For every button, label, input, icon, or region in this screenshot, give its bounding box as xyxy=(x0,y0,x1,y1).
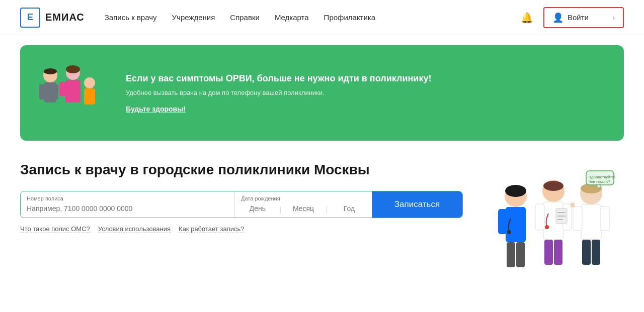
page-title: Запись к врачу в городские поликлиники М… xyxy=(20,161,463,179)
day-input[interactable] xyxy=(235,202,280,218)
svg-rect-26 xyxy=(554,240,562,265)
svg-point-11 xyxy=(44,68,57,74)
svg-rect-2 xyxy=(39,84,45,99)
appointment-form: Номер полиса Дата рождения Записаться xyxy=(20,191,463,218)
nav-item-institutions[interactable]: Учреждения xyxy=(172,13,215,22)
month-input[interactable] xyxy=(281,202,326,218)
svg-rect-36 xyxy=(600,206,609,231)
banner-cta[interactable]: Будьте здоровы! xyxy=(126,105,186,113)
policy-input[interactable] xyxy=(21,202,234,218)
svg-rect-18 xyxy=(516,242,525,267)
logo[interactable]: Е ЕМИАС xyxy=(20,8,85,28)
logo-icon: Е xyxy=(20,8,40,28)
login-label: Войти xyxy=(568,13,589,22)
year-input[interactable] xyxy=(327,202,372,218)
policy-field-group: Номер полиса xyxy=(21,191,234,218)
svg-text:Здравствуйте!: Здравствуйте! xyxy=(589,175,615,179)
dob-label: Дата рождения xyxy=(235,191,372,202)
svg-rect-23 xyxy=(535,204,544,230)
svg-rect-25 xyxy=(544,240,553,265)
form-side: Запись к врачу в городские поликлиники М… xyxy=(20,161,463,233)
nav-item-medcard[interactable]: Медкарта xyxy=(275,13,309,22)
banner-illustration xyxy=(20,60,121,126)
banner-subtitle: Удобнее вызвать врача на дом по телефону… xyxy=(126,89,609,96)
svg-point-31 xyxy=(545,225,549,229)
nav-item-appointments[interactable]: Запись к врачу xyxy=(105,13,157,22)
header-right: 🔔 👤 Войти › xyxy=(521,7,624,28)
dob-section: Дата рождения xyxy=(235,191,372,218)
policy-label: Номер полиса xyxy=(21,191,234,202)
svg-point-10 xyxy=(66,65,80,73)
svg-rect-3 xyxy=(52,84,58,99)
header: Е ЕМИАС Запись к врачу Учреждения Справк… xyxy=(0,0,644,35)
svg-rect-35 xyxy=(573,206,582,231)
svg-rect-9 xyxy=(84,88,95,105)
svg-text:Чем помочь?: Чем помочь? xyxy=(589,180,610,183)
svg-rect-16 xyxy=(516,209,525,234)
doctors-illustration: Здравствуйте! Чем помочь? xyxy=(483,161,624,291)
chevron-right-icon: › xyxy=(612,14,615,22)
svg-rect-6 xyxy=(59,82,66,96)
logo-text: ЕМИАС xyxy=(45,12,85,23)
family-svg xyxy=(35,60,116,126)
doctors-svg: Здравствуйте! Чем помочь? xyxy=(488,161,619,291)
user-icon: 👤 xyxy=(552,12,564,23)
oms-link[interactable]: Что такое полис ОМС? xyxy=(20,225,90,233)
notification-bell-icon[interactable]: 🔔 xyxy=(521,12,533,24)
svg-rect-15 xyxy=(498,209,507,234)
svg-point-8 xyxy=(84,77,95,88)
svg-rect-7 xyxy=(73,82,80,96)
svg-rect-38 xyxy=(592,240,600,265)
login-button[interactable]: 👤 Войти › xyxy=(543,7,624,28)
nav-item-prevention[interactable]: Профилактика xyxy=(324,13,376,22)
svg-point-19 xyxy=(507,230,511,234)
form-links: Что такое полис ОМС? Условия использован… xyxy=(20,225,463,233)
svg-point-39 xyxy=(570,202,575,207)
main-nav: Запись к врачу Учреждения Справки Медкар… xyxy=(105,13,521,22)
svg-point-21 xyxy=(543,181,564,191)
svg-rect-37 xyxy=(582,240,591,265)
main-section: Запись к врачу в городские поликлиники М… xyxy=(0,151,644,306)
svg-rect-17 xyxy=(507,242,515,267)
svg-rect-34 xyxy=(581,204,601,240)
banner-content: Если у вас симптомы ОРВИ, больше не нужн… xyxy=(121,72,609,114)
banner-title: Если у вас симптомы ОРВИ, больше не нужн… xyxy=(126,72,609,85)
submit-button[interactable]: Записаться xyxy=(372,191,462,218)
banner: Если у вас симптомы ОРВИ, больше не нужн… xyxy=(20,45,624,141)
terms-link[interactable]: Условия использования xyxy=(98,225,171,233)
svg-point-13 xyxy=(505,185,526,197)
howto-link[interactable]: Как работает запись? xyxy=(179,225,244,233)
nav-item-certificates[interactable]: Справки xyxy=(230,13,260,22)
